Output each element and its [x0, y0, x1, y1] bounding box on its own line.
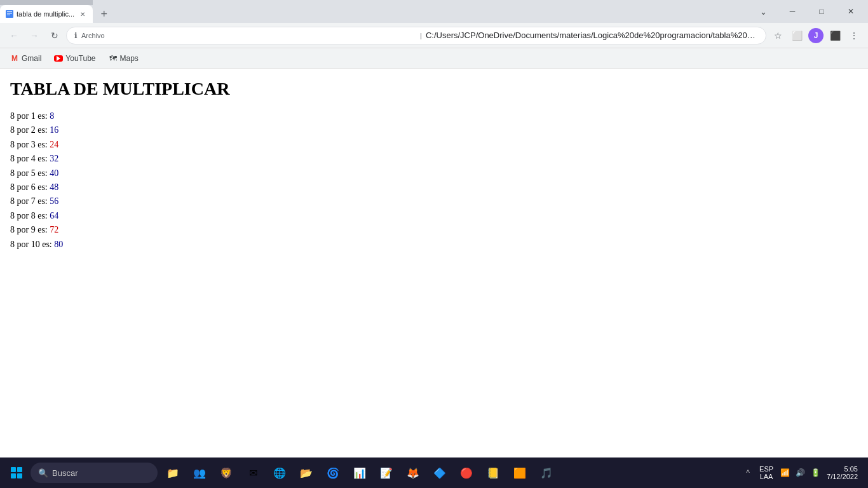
bookmark-maps[interactable]: 🗺 Maps [104, 51, 144, 65]
address-label: Archivo [81, 32, 414, 39]
svg-rect-23 [7, 15, 10, 15]
taskbar-app-icon-app2: 🔴 [459, 465, 474, 480]
row-result: 24 [50, 140, 58, 149]
profile-icon[interactable]: J [807, 27, 825, 44]
taskbar-app-file-explorer[interactable]: 📁 [160, 460, 186, 485]
taskbar-app-icon-edge: 🌀 [325, 465, 341, 480]
tabs-container: Lógica de progra...✕Lo hice con input✕🎮D… [0, 0, 746, 23]
taskbar-app-icon-files: 📂 [299, 465, 314, 480]
taskbar-app-icon-teams: 👥 [192, 465, 207, 480]
taskbar-app-icon-excel: 📊 [352, 465, 367, 480]
start-button[interactable] [5, 461, 28, 484]
taskbar-search[interactable]: 🔍 Buscar [31, 463, 158, 483]
wifi-icon[interactable]: 📶 [778, 466, 791, 479]
address-bar[interactable]: ℹ Archivo | C:/Users/JCP/OneDrive/Docume… [66, 27, 766, 44]
row-prefix: 8 por 9 es: [10, 225, 50, 234]
avatar: J [808, 28, 824, 43]
taskbar-app-chrome[interactable]: 🌐 [267, 460, 292, 485]
table-row: 8 por 8 es: 64 [10, 209, 858, 223]
taskbar-app-brave[interactable]: 🦁 [214, 460, 239, 485]
maximize-button[interactable]: □ [807, 0, 836, 23]
taskbar-app-icon-app1: 🔷 [432, 465, 447, 480]
taskbar-app-word[interactable]: 📝 [374, 460, 399, 485]
taskbar-app-firefox[interactable]: 🦊 [400, 460, 426, 485]
taskbar-app-app2[interactable]: 🔴 [454, 460, 479, 485]
reload-button[interactable]: ↻ [46, 27, 64, 44]
taskbar-app-icon-spotify: 🎵 [539, 465, 554, 480]
bookmark-gmail[interactable]: M Gmail [5, 51, 46, 65]
row-result: 72 [50, 225, 58, 234]
row-prefix: 8 por 5 es: [10, 168, 50, 178]
tab-close-tab7[interactable]: ✕ [78, 9, 88, 19]
tab-tab6[interactable]: prueba4.html✕ [0, 0, 93, 5]
tab-tab7[interactable]: tabla de multiplic...✕ [0, 5, 93, 23]
forward-button[interactable]: → [25, 27, 43, 44]
security-icon: ℹ [74, 31, 78, 40]
page-content: TABLA DE MULTIPLICAR 8 por 1 es: 88 por … [0, 69, 868, 458]
tray-language[interactable]: ESP LAA [757, 465, 776, 480]
page-title: TABLA DE MULTIPLICAR [10, 79, 858, 99]
taskbar-app-icon-app3: 📒 [485, 465, 501, 480]
taskbar-app-icon-chrome: 🌐 [272, 465, 287, 480]
tray-lang-code: ESP [759, 465, 773, 473]
tray-date-value: 7/12/2022 [827, 473, 858, 480]
maps-icon: 🗺 [109, 54, 118, 63]
title-bar: Lógica de progra...✕Lo hice con input✕🎮D… [0, 0, 868, 23]
row-result: 64 [50, 211, 58, 220]
svg-rect-20 [6, 10, 13, 18]
taskbar-app-edge[interactable]: 🌀 [320, 460, 346, 485]
taskbar-app-icon-app4: 🟧 [512, 465, 527, 480]
extensions-icon[interactable]: ⬛ [826, 27, 844, 44]
volume-icon[interactable]: 🔊 [794, 466, 806, 479]
table-row: 8 por 1 es: 8 [10, 109, 858, 123]
tray-lang-sub: LAA [759, 473, 773, 480]
close-button[interactable]: ✕ [836, 0, 865, 23]
tab-search-button[interactable]: ⌄ [749, 0, 778, 23]
menu-icon[interactable]: ⋮ [845, 27, 863, 44]
row-result: 40 [50, 168, 58, 178]
row-prefix: 8 por 7 es: [10, 196, 50, 206]
table-row: 8 por 9 es: 72 [10, 223, 858, 237]
taskbar-apps: 📁👥🦁✉🌐📂🌀📊📝🦊🔷🔴📒🟧🎵 [160, 460, 736, 485]
bookmark-youtube-label: YouTube [65, 54, 95, 63]
row-result: 8 [50, 111, 54, 121]
row-prefix: 8 por 10 es: [10, 240, 54, 249]
taskbar-app-app3[interactable]: 📒 [480, 460, 506, 485]
table-row: 8 por 6 es: 48 [10, 180, 858, 194]
toolbar-actions: ☆ ⬜ J ⬛ ⋮ [769, 27, 863, 44]
taskbar-app-mail[interactable]: ✉ [240, 460, 266, 485]
row-result: 16 [50, 125, 58, 135]
taskbar-app-icon-brave: 🦁 [219, 465, 234, 480]
bookmark-gmail-label: Gmail [22, 54, 41, 63]
tray-chevron-icon[interactable]: ^ [742, 466, 754, 479]
bookmark-star-icon[interactable]: ☆ [769, 27, 787, 44]
row-prefix: 8 por 8 es: [10, 211, 50, 220]
system-tray: ^ ESP LAA 📶 🔊 🔋 5:05 7/12/2022 [739, 465, 863, 480]
back-button[interactable]: ← [5, 27, 23, 44]
cast-icon[interactable]: ⬜ [788, 27, 806, 44]
toolbar: ← → ↻ ℹ Archivo | C:/Users/JCP/OneDrive/… [0, 23, 868, 48]
row-result: 56 [50, 196, 58, 206]
taskbar-app-spotify[interactable]: 🎵 [534, 460, 559, 485]
multiplication-table: 8 por 1 es: 88 por 2 es: 168 por 3 es: 2… [10, 109, 858, 252]
svg-rect-21 [7, 11, 12, 12]
taskbar-app-icon-firefox: 🦊 [405, 465, 421, 480]
tray-clock[interactable]: 5:05 7/12/2022 [824, 465, 860, 480]
taskbar: 🔍 Buscar 📁👥🦁✉🌐📂🌀📊📝🦊🔷🔴📒🟧🎵 ^ ESP LAA 📶 🔊 🔋… [0, 458, 868, 488]
taskbar-app-app1[interactable]: 🔷 [427, 460, 452, 485]
tab-close-tab6[interactable]: ✕ [78, 0, 88, 1]
new-tab-button[interactable]: + [95, 5, 113, 23]
taskbar-app-app4[interactable]: 🟧 [507, 460, 532, 485]
taskbar-app-excel[interactable]: 📊 [347, 460, 372, 485]
bookmark-youtube[interactable]: YouTube [49, 51, 100, 65]
taskbar-app-icon-word: 📝 [379, 465, 394, 480]
taskbar-app-icon-file-explorer: 📁 [165, 465, 180, 480]
taskbar-app-files[interactable]: 📂 [294, 460, 319, 485]
row-prefix: 8 por 6 es: [10, 182, 50, 192]
taskbar-app-icon-mail: ✉ [245, 465, 261, 480]
battery-icon[interactable]: 🔋 [809, 466, 822, 479]
taskbar-app-teams[interactable]: 👥 [187, 460, 212, 485]
tray-time-value: 5:05 [844, 465, 858, 473]
minimize-button[interactable]: ─ [778, 0, 807, 23]
tab-title-tab7: tabla de multiplic... [17, 10, 75, 18]
